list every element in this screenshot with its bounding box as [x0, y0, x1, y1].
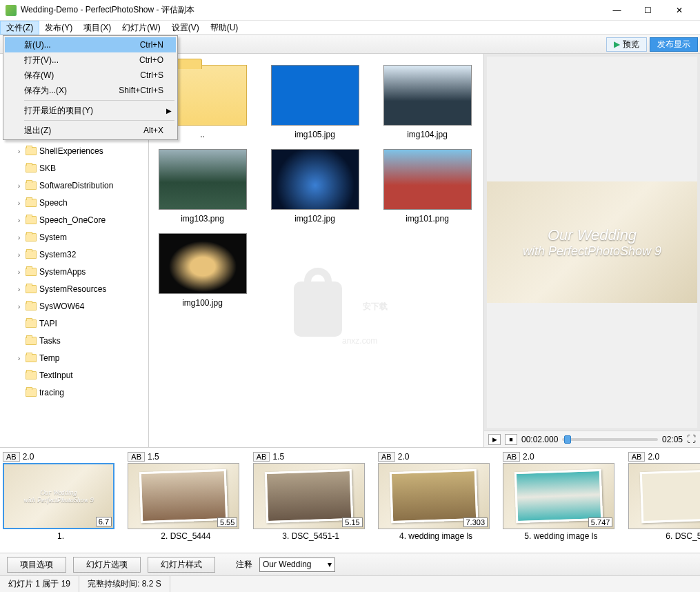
transition-badge[interactable]: AB [253, 452, 270, 462]
preview-line1: Our Wedding [548, 226, 637, 244]
stop-button[interactable]: ■ [505, 434, 517, 445]
slide-options-button[interactable]: 幻灯片选项 [73, 557, 141, 573]
minimize-button[interactable]: — [601, 0, 632, 21]
menu-help[interactable]: 帮助(U) [205, 21, 244, 34]
transition-badge[interactable]: AB [628, 452, 646, 462]
tree-item[interactable]: Tasks [0, 332, 148, 349]
preview-line2: with PerfectPhotoShow 9 [523, 244, 661, 259]
tree-item[interactable]: ›SystemApps [0, 263, 148, 280]
transition-badge[interactable]: AB [378, 452, 395, 462]
folder-icon [26, 199, 37, 207]
timeline-slide[interactable]: AB2.0 Our Weddingwith PerfectPhotoShow 9… [3, 452, 119, 541]
folder-icon [26, 337, 37, 345]
slide-thumb: Our Weddingwith PerfectPhotoShow 9 6.7 [3, 463, 114, 529]
maximize-button[interactable]: ☐ [632, 0, 663, 21]
preview-button[interactable]: ▶ 预览 [606, 37, 647, 52]
folder-icon [26, 302, 37, 310]
thumbnail[interactable]: img103.png [156, 149, 249, 224]
seek-slider[interactable] [562, 438, 658, 441]
tree-item[interactable]: ›Speech_OneCore [0, 211, 148, 228]
tree-item[interactable]: ›System [0, 228, 148, 246]
tree-item[interactable]: ›System32 [0, 246, 148, 263]
tree-item[interactable]: TAPI [0, 315, 148, 332]
bottom-toolbar: 项目选项 幻灯片选项 幻灯片样式 注释 Our Wedding ▾ [0, 553, 700, 575]
folder-icon [26, 319, 37, 328]
thumbnail-image [271, 149, 359, 210]
folder-icon [26, 181, 37, 190]
menu-separator [24, 120, 174, 121]
timeline-slide[interactable]: AB2.0 7.303 4. wedding image ls [378, 452, 494, 541]
menubar: 文件(Z) 发布(Y) 项目(X) 幻灯片(W) 设置(V) 帮助(U) [0, 21, 700, 35]
tree-item[interactable]: ›SoftwareDistribution [0, 177, 148, 194]
folder-icon [26, 388, 37, 397]
folder-icon [26, 371, 37, 379]
status-duration: 完整持续时间: 8.2 S [79, 576, 170, 592]
timeline-slide[interactable]: AB1.5 5.15 3. DSC_5451-1 [253, 452, 369, 541]
chevron-down-icon: ▾ [328, 560, 332, 569]
timeline-slide[interactable]: AB2.0 6. DSC_54 [628, 452, 700, 541]
transition-badge[interactable]: AB [503, 452, 520, 462]
play-button[interactable]: ▶ [488, 434, 501, 445]
thumbnail-image [383, 65, 472, 126]
menu-recent[interactable]: 打开最近的项目(Y) ▶ [5, 103, 176, 118]
fullscreen-icon[interactable]: ⛶ [687, 434, 696, 444]
menu-slide[interactable]: 幻灯片(W) [117, 21, 166, 34]
thumbnail-image [271, 65, 359, 126]
menu-save[interactable]: 保存(W) Ctrl+S [5, 68, 176, 83]
folder-icon [26, 164, 37, 172]
menu-settings[interactable]: 设置(V) [166, 21, 205, 34]
thumbnail[interactable]: img102.jpg [268, 149, 361, 224]
slide-style-button[interactable]: 幻灯片样式 [148, 557, 215, 573]
menu-publish[interactable]: 发布(Y) [39, 21, 78, 34]
thumbnail[interactable]: img101.png [381, 149, 474, 224]
menu-exit[interactable]: 退出(Z) Alt+X [5, 123, 176, 138]
thumbnail-image [383, 149, 472, 210]
file-browser: .. img105.jpg img104.jpg img103.png img1… [149, 54, 483, 447]
menu-file[interactable]: 文件(Z) [0, 21, 39, 34]
thumbnail-image [159, 149, 247, 210]
menu-open[interactable]: 打开(V)... Ctrl+O [5, 52, 176, 68]
note-label: 注释 [236, 559, 252, 571]
timeline[interactable]: AB2.0 Our Weddingwith PerfectPhotoShow 9… [0, 447, 700, 553]
note-select[interactable]: Our Wedding ▾ [259, 558, 335, 572]
thumbnail-image [159, 233, 247, 294]
menu-save-as[interactable]: 保存为...(X) Shift+Ctrl+S [5, 83, 176, 98]
folder-icon [26, 354, 37, 362]
statusbar: 幻灯片 1 属于 19 完整持续时间: 8.2 S [0, 575, 700, 592]
slider-knob[interactable] [564, 435, 571, 444]
timeline-slide[interactable]: AB2.0 5.747 5. wedding image ls [503, 452, 619, 541]
thumbnail[interactable]: img105.jpg [268, 65, 361, 139]
tree-item[interactable]: SKB [0, 159, 148, 177]
tree-item[interactable]: ›ShellExperiences [0, 142, 148, 159]
transition-badge[interactable]: AB [128, 452, 145, 462]
app-icon [6, 5, 17, 16]
timeline-slide[interactable]: AB1.5 5.55 2. DSC_5444 [128, 452, 243, 541]
thumbnail[interactable]: img100.jpg [156, 233, 249, 308]
tree-item[interactable]: ›Speech [0, 194, 148, 211]
svg-text:anxz.com: anxz.com [342, 336, 377, 346]
menu-new[interactable]: 新(U)... Ctrl+N [5, 37, 176, 52]
status-slide-count: 幻灯片 1 属于 19 [0, 576, 79, 592]
publish-button[interactable]: 发布显示 [650, 37, 698, 52]
preview-pane: Our Wedding with PerfectPhotoShow 9 ▶ ■ … [483, 54, 700, 447]
tree-item[interactable]: ›SystemResources [0, 280, 148, 297]
folder-icon [26, 233, 37, 241]
preview-image: Our Wedding with PerfectPhotoShow 9 [487, 57, 697, 428]
transition-badge[interactable]: AB [3, 452, 20, 462]
tree-item[interactable]: TextInput [0, 366, 148, 384]
menu-project[interactable]: 项目(X) [78, 21, 117, 34]
menu-separator [24, 100, 174, 101]
tree-item[interactable]: ›SysWOW64 [0, 297, 148, 315]
project-options-button[interactable]: 项目选项 [7, 557, 66, 573]
close-button[interactable]: ✕ [663, 0, 694, 21]
thumbnail[interactable]: img104.jpg [381, 65, 474, 139]
time-current: 00:02.000 [521, 435, 558, 444]
tree-item[interactable]: tracing [0, 384, 148, 401]
time-total: 02:05 [662, 435, 683, 444]
menu-new-shortcut: Ctrl+N [140, 40, 163, 50]
folder-icon [26, 147, 37, 155]
tree-item[interactable]: ›Temp [0, 349, 148, 366]
play-icon: ▶ [614, 39, 620, 49]
folder-icon [26, 268, 37, 276]
player-controls: ▶ ■ 00:02.000 02:05 ⛶ [484, 431, 700, 447]
